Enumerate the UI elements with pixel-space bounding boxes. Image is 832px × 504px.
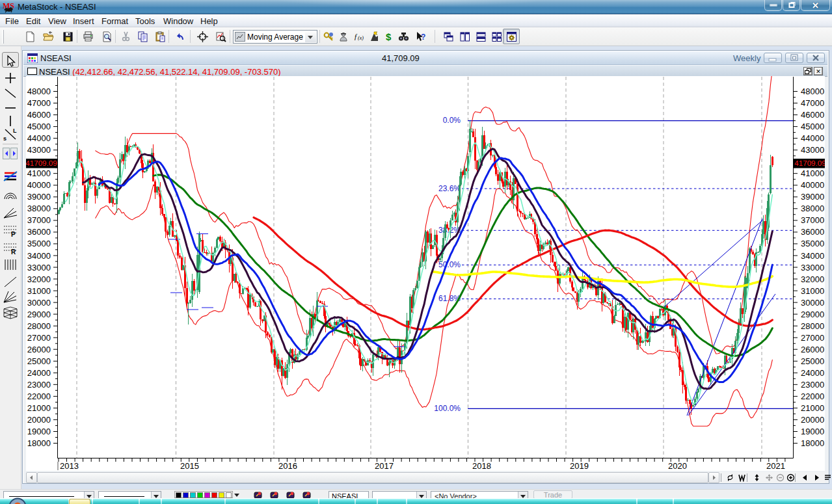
svg-text:41000: 41000: [801, 168, 824, 178]
svg-text:19000: 19000: [27, 427, 51, 436]
svg-text:39000: 39000: [801, 192, 824, 202]
svg-text:23.6%: 23.6%: [438, 184, 461, 193]
svg-text:$: $: [386, 31, 392, 42]
svg-text:18000: 18000: [27, 438, 51, 448]
svg-text:27000: 27000: [801, 333, 824, 343]
svg-text:34000: 34000: [27, 251, 51, 261]
svg-text:48000: 48000: [801, 86, 824, 96]
svg-text:41709.09: 41709.09: [794, 159, 825, 167]
svg-text:27000: 27000: [27, 333, 51, 343]
svg-text:28000: 28000: [801, 321, 824, 331]
svg-text:47000: 47000: [801, 98, 824, 108]
svg-text:31000: 31000: [801, 286, 824, 296]
svg-text:46000: 46000: [27, 110, 51, 120]
svg-text:s: s: [3, 135, 7, 141]
svg-text:36000: 36000: [27, 227, 51, 237]
svg-text:40000: 40000: [801, 180, 824, 190]
svg-text:?: ?: [421, 33, 425, 42]
svg-text:35000: 35000: [801, 239, 824, 248]
svg-text:26000: 26000: [27, 345, 51, 354]
svg-text:41709.09: 41709.09: [26, 159, 57, 167]
svg-text:26000: 26000: [801, 345, 824, 354]
svg-text:25000: 25000: [801, 356, 824, 366]
svg-text:20000: 20000: [801, 415, 824, 425]
svg-text:24000: 24000: [27, 368, 51, 378]
svg-text:37000: 37000: [27, 215, 51, 225]
svg-text:46000: 46000: [801, 110, 824, 120]
svg-text:2019: 2019: [570, 461, 589, 471]
svg-text:33000: 33000: [801, 263, 824, 272]
svg-text:2021: 2021: [766, 461, 785, 471]
svg-text:20000: 20000: [27, 415, 51, 425]
svg-text:2017: 2017: [375, 461, 394, 471]
svg-text:32000: 32000: [27, 274, 51, 284]
svg-text:21000: 21000: [27, 403, 51, 413]
svg-text:2020: 2020: [668, 461, 687, 471]
svg-text:47000: 47000: [27, 98, 51, 108]
svg-text:100.0%: 100.0%: [434, 404, 461, 413]
svg-text:29000: 29000: [801, 310, 824, 319]
svg-text:32000: 32000: [801, 274, 824, 284]
svg-text:43000: 43000: [27, 145, 51, 155]
svg-text:2013: 2013: [60, 461, 79, 471]
svg-text:34000: 34000: [801, 251, 824, 261]
svg-text:(x): (x): [358, 35, 364, 41]
svg-text:2015: 2015: [180, 461, 199, 471]
svg-text:24000: 24000: [801, 368, 824, 378]
svg-text:23000: 23000: [27, 380, 51, 390]
svg-text:45000: 45000: [801, 122, 824, 131]
svg-text:44000: 44000: [27, 133, 51, 143]
svg-text:31000: 31000: [27, 286, 51, 296]
svg-text:P: P: [11, 231, 16, 237]
svg-text:18000: 18000: [801, 438, 824, 448]
svg-text:48000: 48000: [27, 86, 51, 96]
svg-text:21000: 21000: [801, 403, 824, 413]
svg-text:43000: 43000: [801, 145, 824, 155]
svg-text:L: L: [13, 127, 17, 134]
svg-text:25000: 25000: [27, 356, 51, 366]
svg-text:29000: 29000: [27, 310, 51, 319]
svg-text:38000: 38000: [27, 204, 51, 213]
svg-text:36000: 36000: [801, 227, 824, 237]
svg-text:35000: 35000: [27, 239, 51, 248]
svg-text:33000: 33000: [27, 263, 51, 272]
svg-text:22000: 22000: [27, 391, 51, 401]
svg-text:0.0%: 0.0%: [443, 116, 461, 125]
svg-text:23000: 23000: [801, 380, 824, 390]
svg-text:2018: 2018: [472, 461, 491, 471]
svg-text:2016: 2016: [278, 461, 297, 471]
svg-text:28000: 28000: [27, 321, 51, 331]
svg-text:40000: 40000: [27, 180, 51, 190]
svg-text:38000: 38000: [801, 204, 824, 213]
svg-text:37000: 37000: [801, 215, 824, 225]
svg-text:44000: 44000: [801, 133, 824, 143]
svg-text:19000: 19000: [801, 427, 824, 436]
svg-text:45000: 45000: [27, 122, 51, 131]
svg-text:30000: 30000: [27, 298, 51, 308]
svg-text:30000: 30000: [801, 298, 824, 308]
svg-text:R: R: [11, 248, 16, 255]
svg-text:41000: 41000: [27, 168, 51, 178]
svg-text:22000: 22000: [801, 391, 824, 401]
svg-text:39000: 39000: [27, 192, 51, 202]
